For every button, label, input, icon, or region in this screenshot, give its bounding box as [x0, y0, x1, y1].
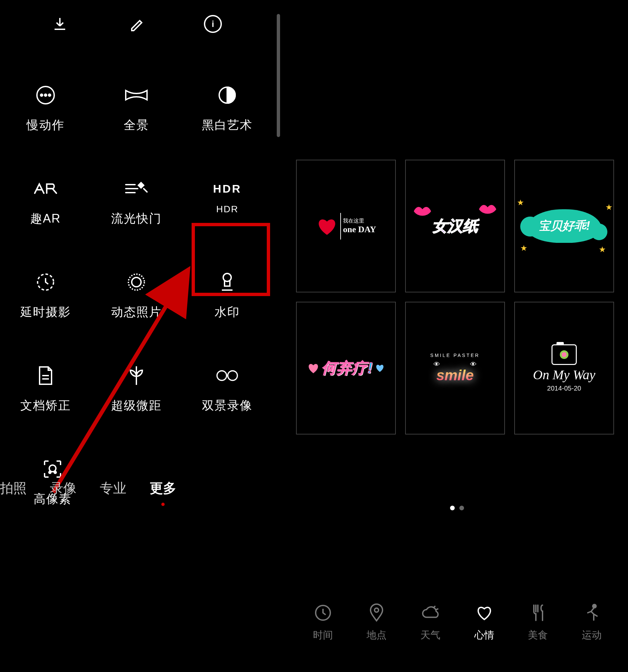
- moving-picture-icon: [124, 270, 148, 294]
- mode-panorama[interactable]: 全景: [100, 83, 173, 134]
- mode-dual-view[interactable]: 双景录像: [191, 364, 264, 414]
- ar-icon: [33, 177, 57, 200]
- svg-point-10: [228, 371, 238, 381]
- sticker-card-1[interactable]: 我在这里 one DAY: [296, 160, 396, 292]
- mode-document[interactable]: 文档矫正: [9, 364, 82, 414]
- watermark-picker-panel: 我在这里 one DAY 女汉纸 ★ ★ ★ ★ 宝贝好乖: [286, 0, 628, 672]
- mode-moving-picture[interactable]: 动态照片: [100, 270, 173, 320]
- sticker-date: 2014-05-20: [547, 385, 581, 392]
- lips-icon: [413, 205, 432, 218]
- panorama-icon: [124, 83, 148, 107]
- sticker-card-4[interactable]: 何弃疗!: [296, 302, 396, 434]
- hdr-icon: HDR: [215, 177, 239, 200]
- mode-label: HDR: [216, 204, 239, 215]
- mode-label: 超级微距: [111, 398, 162, 414]
- sticker-card-3[interactable]: ★ ★ ★ ★ 宝贝好乖!: [514, 160, 614, 292]
- star-icon: ★: [520, 243, 528, 253]
- sticker-text: SMILE PASTER: [430, 353, 480, 358]
- mode-light-painting[interactable]: 流光快门: [100, 177, 173, 227]
- download-icon[interactable]: [50, 14, 70, 34]
- pager-dot[interactable]: [459, 506, 464, 510]
- svg-point-12: [49, 472, 51, 473]
- heart-icon: [475, 603, 494, 622]
- mode-label: 文档矫正: [20, 398, 71, 414]
- tab-pro[interactable]: 专业: [100, 479, 126, 497]
- document-icon: [33, 364, 57, 388]
- cat-label: 地点: [366, 628, 387, 642]
- mode-ar[interactable]: 趣AR: [9, 177, 82, 227]
- svg-point-11: [49, 465, 56, 472]
- macro-icon: [124, 364, 148, 388]
- slow-motion-icon: [33, 83, 57, 107]
- star-icon: ★: [517, 198, 524, 207]
- mode-slow-motion[interactable]: 慢动作: [9, 83, 82, 134]
- camera-mode-tabs: 拍照 录像 专业 更多: [0, 479, 199, 497]
- mode-label: 双景录像: [202, 398, 252, 414]
- mode-label: 黑白艺术: [202, 117, 252, 134]
- sticker-pager: [286, 506, 628, 510]
- svg-point-1: [41, 94, 43, 96]
- tab-photo[interactable]: 拍照: [0, 479, 27, 497]
- top-toolbar: i: [0, 14, 273, 34]
- sticker-card-2[interactable]: 女汉纸: [405, 160, 505, 292]
- watermark-category-tabs: 时间 地点 天气 心情 美食: [296, 603, 619, 642]
- svg-point-17: [593, 604, 596, 608]
- heart-icon: [307, 363, 320, 374]
- svg-point-16: [375, 608, 379, 612]
- cat-weather[interactable]: 天气: [412, 603, 449, 642]
- svg-point-2: [45, 94, 47, 96]
- svg-point-3: [49, 94, 51, 96]
- sticker-card-5[interactable]: SMILE PASTER 👁👁 smile: [405, 302, 505, 434]
- sticker-text: On My Way: [533, 367, 595, 383]
- lips-icon: [478, 203, 497, 216]
- cat-food[interactable]: 美食: [520, 603, 556, 642]
- svg-point-6: [132, 278, 141, 287]
- cat-label: 时间: [313, 628, 333, 642]
- cat-time[interactable]: 时间: [305, 603, 341, 642]
- cat-location[interactable]: 地点: [358, 603, 395, 642]
- heart-icon: [375, 364, 385, 373]
- sticker-text: smile: [436, 367, 474, 384]
- svg-point-7: [128, 274, 144, 290]
- star-icon: ★: [599, 245, 606, 254]
- high-res-icon: [41, 457, 65, 481]
- tab-video[interactable]: 录像: [50, 479, 76, 497]
- mode-label: 流光快门: [111, 211, 162, 227]
- mode-macro[interactable]: 超级微距: [100, 364, 173, 414]
- mode-watermark[interactable]: 水印: [191, 270, 264, 320]
- info-icon[interactable]: i: [203, 14, 223, 34]
- heart-icon: [316, 217, 338, 236]
- food-icon: [528, 603, 548, 622]
- clock-icon: [313, 603, 333, 622]
- sticker-card-6[interactable]: On My Way 2014-05-20: [514, 302, 614, 434]
- edit-icon[interactable]: [126, 14, 146, 34]
- mode-label: 趣AR: [30, 211, 61, 227]
- mode-timelapse[interactable]: 延时摄影: [9, 270, 82, 320]
- scrollbar[interactable]: [277, 14, 280, 137]
- camera-more-panel: i 慢动作 全景: [0, 0, 286, 672]
- watermark-icon: [215, 270, 239, 294]
- star-icon: ★: [605, 202, 613, 212]
- sport-icon: [582, 603, 601, 622]
- cat-label: 美食: [528, 628, 548, 642]
- sticker-text: one DAY: [343, 224, 376, 235]
- mode-label: 动态照片: [111, 304, 162, 320]
- weather-icon: [421, 603, 440, 622]
- dual-view-icon: [215, 364, 239, 388]
- tab-more[interactable]: 更多: [150, 479, 176, 497]
- cat-mood[interactable]: 心情: [466, 603, 503, 642]
- mode-monochrome[interactable]: 黑白艺术: [191, 83, 264, 134]
- sticker-grid: 我在这里 one DAY 女汉纸 ★ ★ ★ ★ 宝贝好乖: [296, 160, 615, 434]
- mode-hdr[interactable]: HDR HDR: [191, 177, 264, 227]
- light-painting-icon: [124, 177, 148, 200]
- cat-label: 心情: [474, 628, 494, 642]
- pager-dot[interactable]: [450, 506, 455, 510]
- sticker-text: 我在这里: [343, 218, 364, 224]
- sticker-text: 何弃疗!: [322, 358, 373, 378]
- cat-label: 天气: [420, 628, 440, 642]
- svg-point-9: [217, 371, 227, 381]
- cat-sport[interactable]: 运动: [574, 603, 610, 642]
- sticker-text: 宝贝好乖!: [527, 209, 601, 243]
- mode-label: 水印: [215, 304, 240, 320]
- mode-label: 全景: [124, 117, 149, 134]
